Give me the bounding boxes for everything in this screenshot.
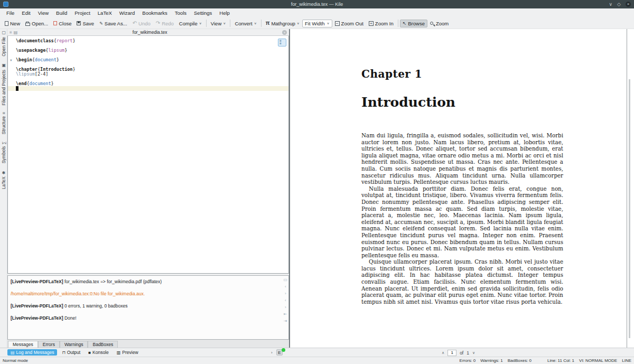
menu-edit[interactable]: Edit	[18, 8, 34, 18]
preview-toggle[interactable]: ▥Preview	[114, 349, 142, 356]
redo-button[interactable]: ↷Redo	[153, 20, 176, 27]
log-nav-toolbar: ▭ ‹ › ‹ › ⇤ ⇥	[283, 278, 287, 338]
first-item-icon[interactable]: ⇤	[284, 312, 287, 316]
menu-help[interactable]: Help	[216, 8, 234, 18]
latex-gear-icon: ✱	[1, 170, 6, 175]
save-as-button[interactable]: ✎Save As...	[97, 20, 129, 27]
fit-width-combobox[interactable]: Fit Width∨	[302, 20, 332, 27]
main-toolbar: New Open... Close Save ✎Save As... ↶Undo…	[0, 18, 634, 29]
sidebar-tab-symbols[interactable]: Symbols∑	[1, 142, 6, 163]
last-item-icon[interactable]: ⇥	[284, 319, 287, 323]
menu-project[interactable]: Project	[71, 8, 94, 18]
zoom-in-button[interactable]: +Zoom In	[366, 20, 396, 27]
previous-item-icon[interactable]: ‹	[285, 285, 286, 289]
tab-close-icon[interactable]: ×	[282, 30, 287, 35]
close-button[interactable]: Close	[51, 20, 74, 27]
code-editor[interactable]: \documentclass{report}\usepackage{lipsum…	[7, 36, 289, 274]
code-line[interactable]	[16, 77, 288, 81]
document-grid-icon[interactable]: ▤	[14, 30, 18, 35]
next-error-icon[interactable]: ›	[285, 305, 286, 310]
document-tabbar: ≡ ▤ for_wikimedia.tex ×	[7, 29, 289, 36]
document-list-icon[interactable]: ≡	[10, 30, 12, 35]
chevron-down-icon: ∨	[327, 22, 329, 25]
structure-icon: ≡	[1, 112, 6, 115]
toolbar-separator	[261, 20, 262, 27]
menu-file[interactable]: File	[3, 8, 18, 18]
code-line[interactable]: \lipsum[2-4]	[16, 72, 288, 77]
fold-marker-icon[interactable]: ▼	[10, 58, 12, 62]
tab-warnings[interactable]: Warnings	[60, 341, 88, 348]
log-line: [LivePreview-PDFLaTeX] 0 errors, 1 warni…	[11, 303, 275, 309]
page-navigation: ∧ of 1 ∨	[442, 348, 475, 357]
menu-bookmarks[interactable]: Bookmarks	[138, 8, 171, 18]
output-toggle[interactable]: ⊓Output	[59, 349, 83, 356]
cursor-position: Line: 11 Col: 1	[547, 358, 574, 363]
new-document-icon	[5, 21, 8, 26]
statusbar: Normal mode Errors: 0 Warnings: 1 BadBox…	[0, 357, 634, 364]
menu-view[interactable]: View	[34, 8, 52, 18]
previous-error-icon[interactable]: ‹	[285, 298, 286, 303]
log-copy-icon[interactable]: ▭	[283, 278, 287, 282]
log-and-messages-toggle[interactable]: ▤Log and Messages	[7, 349, 57, 356]
code-line[interactable]: \usepackage{lipsum}	[16, 48, 288, 53]
zoom-out-button[interactable]: −Zoom Out	[332, 20, 366, 27]
chevron-down-icon: ∨	[297, 22, 300, 25]
code-line[interactable]: \chapter{Introduction}	[16, 67, 288, 72]
code-line[interactable]: \documentclass{report}	[16, 39, 288, 43]
close-icon[interactable]: ×	[626, 2, 631, 7]
menu-settings[interactable]: Settings	[190, 8, 216, 18]
pdf-chapter-heading: Chapter 1	[361, 68, 563, 80]
tab-errors[interactable]: Errors	[38, 341, 60, 348]
undo-button[interactable]: ↶Undo	[130, 20, 153, 27]
sidebar-tab-files-and-projects[interactable]: Files and Projects▣	[1, 63, 6, 106]
tab-messages[interactable]: Messages	[8, 341, 38, 348]
pdf-paragraph: Nulla malesuada porttitor diam. Donec fe…	[361, 185, 563, 259]
page-number-input[interactable]	[447, 350, 456, 356]
titlebar: for_wikimedia.tex — Kile ∨ ◇ ×	[0, 0, 634, 8]
menu-tools[interactable]: Tools	[171, 8, 190, 18]
menu-wizard[interactable]: Wizard	[116, 8, 139, 18]
maximize-icon[interactable]: ◇	[617, 2, 621, 7]
save-as-icon: ✎	[99, 21, 103, 26]
warnings-count: Warnings: 1	[480, 358, 502, 363]
text-cursor	[16, 86, 18, 91]
bottom-panel-bar: ▤Log and Messages ⊓Output ■Konsole ▥Prev…	[0, 348, 634, 357]
document-tab[interactable]: for_wikimedia.tex	[17, 30, 282, 35]
next-item-icon[interactable]: ›	[285, 292, 286, 296]
toolbar-separator	[206, 20, 207, 27]
menubar: File Edit View Build Project LaTeX Wizar…	[0, 8, 634, 18]
minimize-icon[interactable]: ∨	[609, 2, 612, 7]
sidebar-tab-open-file[interactable]: Open File▢	[1, 31, 6, 57]
browse-button[interactable]: ↖Browse	[400, 20, 427, 27]
pdf-preview-pane: Chapter 1 Introduction Nam dui ligula, f…	[290, 29, 634, 348]
zoom-out-icon: −	[335, 21, 340, 26]
page-down-icon[interactable]: ∨	[472, 351, 475, 355]
menu-latex[interactable]: LaTeX	[94, 8, 116, 18]
log-messages-panel: [LivePreview-PDFLaTeX] for_wikimedia.tex…	[7, 275, 289, 340]
pdf-section-heading: Introduction	[361, 95, 563, 110]
log-panel-icon: ▤	[11, 350, 15, 355]
magnifier-icon	[430, 22, 433, 25]
overflow-chevron-icon[interactable]: ›	[271, 350, 273, 355]
code-line[interactable]: ▼\begin{document}	[16, 58, 288, 62]
konsole-toggle[interactable]: ■Konsole	[85, 349, 112, 356]
save-button[interactable]: Save	[74, 20, 97, 27]
zoom-tool-button[interactable]: Zoom	[427, 20, 451, 27]
sidebar-tab-latex[interactable]: LaTeX✱	[1, 170, 6, 189]
pdf-paragraph: Nam dui ligula, fringilla a, euismod sod…	[361, 132, 563, 185]
preview-scrollbar-thumb[interactable]	[629, 79, 630, 338]
window-title: for_wikimedia.tex — Kile	[0, 0, 634, 8]
view-dropdown[interactable]: View∨	[208, 20, 229, 27]
code-line[interactable]	[8, 86, 288, 91]
page-up-icon[interactable]: ∧	[442, 351, 444, 355]
sidebar-tab-structure[interactable]: Structure≡	[1, 112, 6, 134]
convert-dropdown[interactable]: Convert∨	[232, 20, 259, 27]
editor-scrollbar-minimap[interactable]: ≡≡	[278, 39, 286, 46]
compile-dropdown[interactable]: Compile∨	[176, 20, 204, 27]
open-button[interactable]: Open...	[23, 20, 51, 27]
mathgroup-dropdown[interactable]: πMathgroup∨	[263, 20, 302, 27]
tab-badboxes[interactable]: BadBoxes	[88, 341, 118, 348]
menu-build[interactable]: Build	[52, 8, 71, 18]
code-line[interactable]: \end{document}	[16, 81, 288, 86]
new-button[interactable]: New	[2, 20, 23, 27]
